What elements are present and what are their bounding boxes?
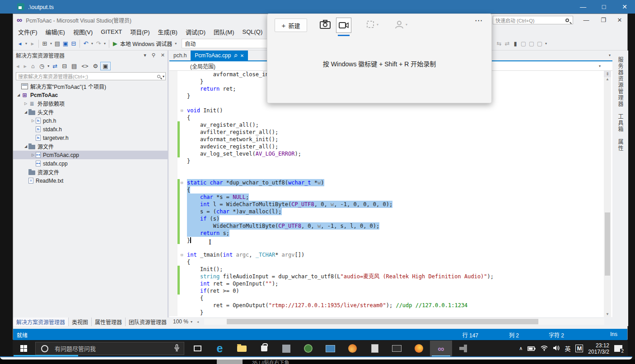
taskbar-button-visual-studio[interactable]: ∞ — [430, 341, 452, 356]
vs-minimize-button[interactable]: — — [579, 14, 594, 26]
vs-close-button[interactable]: ✕ — [612, 14, 627, 26]
start-debug-icon[interactable]: ▶ — [111, 39, 119, 48]
dropdown-icon[interactable]: ▾ — [47, 64, 50, 68]
solution-explorer-header[interactable]: 解决方案资源管理器 ▾ ⚲ ✕ — [13, 51, 168, 60]
record-icon-box[interactable] — [336, 18, 351, 33]
menu-item[interactable]: 编辑(E) — [42, 28, 69, 36]
tree-item[interactable]: ▷≣外部依赖项 — [13, 99, 168, 108]
pin-icon[interactable]: ⚲ — [233, 53, 239, 59]
vscroll-up[interactable]: ▲ — [604, 77, 611, 81]
dropdown-icon[interactable]: ▾ — [544, 39, 548, 48]
show-all-files-icon[interactable]: ▤ — [69, 63, 79, 69]
ime-indicator[interactable]: 英 — [565, 344, 570, 353]
tree-item[interactable]: hstdafx.h — [13, 125, 168, 134]
taskbar-button-edge[interactable]: e — [209, 341, 231, 356]
taskbar-button-blue-app[interactable] — [319, 341, 341, 356]
debug-target-label[interactable]: 本地 Windows 调试器 — [120, 40, 172, 47]
kbd-indicator[interactable]: M — [575, 345, 583, 352]
panel-tab[interactable]: 解决方案资源管理器 — [13, 318, 69, 326]
tree-item[interactable]: ≡ReadMe.txt — [13, 176, 168, 185]
taskbar-button-notes-app[interactable] — [364, 341, 386, 356]
battery-icon[interactable] — [528, 345, 536, 353]
dropdown-icon[interactable]: ▾ — [90, 39, 94, 48]
redo-icon[interactable]: ↷ — [94, 39, 103, 48]
navigate-backward-icon[interactable]: ◂ — [16, 39, 24, 48]
editor-hscroll[interactable] — [204, 318, 604, 325]
refresh-icon[interactable]: ⇄ — [503, 39, 511, 48]
breakpoint-gutter[interactable] — [169, 172, 177, 179]
breakpoint-gutter[interactable] — [169, 215, 177, 222]
taskbar-search[interactable]: 有问题尽管问我 — [35, 342, 184, 355]
tree-arrow-icon[interactable]: ◢ — [23, 144, 28, 148]
properties-icon[interactable]: ⚙ — [91, 63, 101, 69]
breakpoint-gutter[interactable] — [169, 201, 177, 208]
breakpoint-gutter[interactable] — [169, 222, 177, 230]
breakpoint-gutter[interactable] — [169, 157, 177, 165]
breakpoint-gutter[interactable] — [169, 237, 177, 244]
pin-icon[interactable]: ⚲ — [149, 52, 158, 58]
tree-item[interactable]: htargetver.h — [13, 134, 168, 142]
breakpoint-gutter[interactable] — [169, 71, 177, 78]
tree-item[interactable]: 解决方案"PcmToAac"(1 个项目) — [13, 82, 168, 91]
new-file-icon[interactable]: ⊞ — [41, 39, 49, 48]
breakpoint-gutter[interactable] — [169, 78, 177, 85]
breakpoint-gutter[interactable] — [169, 302, 177, 309]
window-icon[interactable]: ▢ — [519, 39, 528, 48]
forward-icon[interactable]: ▸ — [22, 63, 29, 69]
breakpoint-gutter[interactable] — [169, 309, 177, 316]
collapse-all-icon[interactable]: ⊟ — [60, 63, 69, 69]
breakpoint-gutter[interactable] — [169, 280, 177, 287]
breakpoint-gutter[interactable] — [169, 143, 177, 150]
close-icon[interactable]: ✕ — [240, 53, 244, 58]
sync-icon[interactable]: ⇆ — [495, 39, 503, 48]
outline-collapse-icon[interactable]: ⊟ — [181, 252, 186, 258]
breakpoint-gutter[interactable] — [169, 230, 177, 237]
tree-item[interactable]: ◢源文件 — [13, 142, 168, 151]
start-button[interactable] — [13, 341, 34, 356]
tree-item[interactable]: ▷hpch.h — [13, 116, 168, 125]
undo-icon[interactable]: ↶ — [82, 39, 90, 48]
document-tab[interactable]: PcmToAac.cpp⚲✕ — [191, 51, 248, 60]
search-mic-icon[interactable] — [174, 344, 179, 353]
breakpoint-gutter[interactable] — [169, 251, 177, 258]
outline-collapse-icon[interactable]: ⊟ — [181, 107, 186, 114]
tree-arrow-icon[interactable]: ▷ — [30, 119, 36, 123]
taskbar-button-firefox[interactable] — [408, 341, 430, 356]
breakpoint-gutter[interactable] — [169, 165, 177, 172]
player-titlebar[interactable]: .\output.ts — □ ✕ — [0, 0, 635, 14]
player-maximize-button[interactable]: □ — [593, 0, 614, 14]
outline-collapse-icon[interactable]: ⊟ — [181, 180, 186, 186]
breakpoint-gutter[interactable] — [169, 129, 177, 136]
breakpoint-gutter[interactable] — [169, 186, 177, 194]
side-tab[interactable]: 工具箱 — [616, 114, 624, 133]
breakpoint-gutter[interactable] — [169, 150, 177, 157]
taskbar-button-orange-app[interactable] — [341, 341, 364, 356]
breakpoint-gutter[interactable] — [169, 208, 177, 215]
breakpoint-gutter[interactable] — [169, 92, 177, 100]
sync-with-active-document-icon[interactable]: ⇄ — [50, 63, 60, 69]
navigate-forward-icon[interactable]: ▸ — [28, 39, 37, 48]
hscroll-thumb[interactable] — [227, 319, 538, 324]
code-area[interactable]: avformat_close_in } return ret;}⊟void In… — [169, 71, 604, 317]
breakpoint-gutter[interactable] — [169, 100, 177, 107]
breakpoint-gutter[interactable] — [169, 121, 177, 129]
player-close-button[interactable]: ✕ — [614, 0, 635, 14]
tree-arrow-icon[interactable]: ◢ — [16, 93, 21, 97]
taskbar-button-dark-app[interactable] — [386, 341, 408, 356]
tree-item[interactable]: ++stdafx.cpp — [13, 159, 168, 168]
back-icon[interactable]: ◂ — [14, 63, 22, 69]
menu-item[interactable]: 调试(D) — [182, 28, 210, 36]
close-icon[interactable]: ✕ — [158, 52, 168, 58]
zoom-combo[interactable]: 100 % ▾ — [173, 318, 192, 325]
vscroll-down[interactable]: ▼ — [604, 312, 611, 316]
hscroll-left[interactable]: ◂ — [197, 320, 199, 324]
preview-selected-items-icon[interactable]: ▣ — [100, 62, 110, 70]
open-file-icon[interactable]: ▤ — [53, 39, 61, 48]
side-tab[interactable]: 属性 — [616, 139, 624, 152]
editor-vscroll[interactable]: ⇕ ▲ ▼ — [604, 71, 611, 317]
gamebar-more-icon[interactable]: ⋯ — [475, 16, 483, 25]
tray-chevron-icon[interactable]: ∧ — [519, 346, 523, 351]
tree-item[interactable]: 资源文件 — [13, 168, 168, 176]
breakpoint-gutter[interactable] — [169, 287, 177, 295]
save-icon[interactable]: ▣ — [61, 39, 70, 48]
